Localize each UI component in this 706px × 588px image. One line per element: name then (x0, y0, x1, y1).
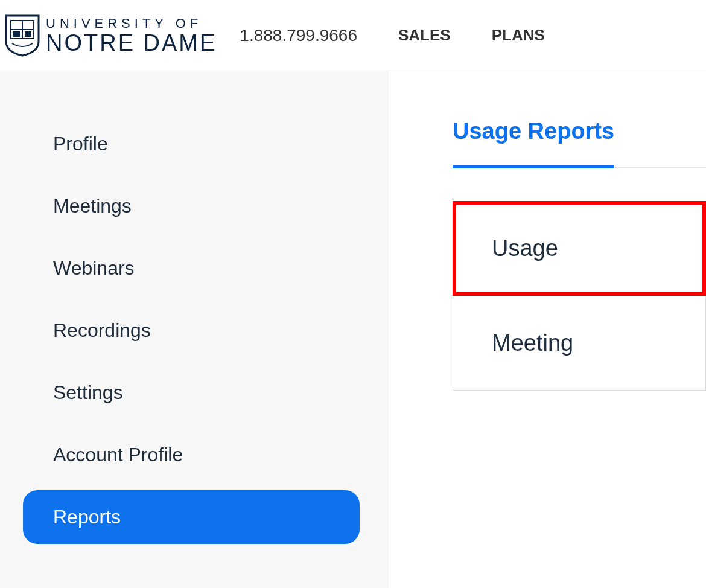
report-card-meeting[interactable]: Meeting (453, 296, 706, 391)
svg-rect-4 (25, 31, 31, 37)
logo-line2: NOTRE DAME (46, 31, 217, 54)
logo-text: UNIVERSITY OF NOTRE DAME (46, 17, 217, 54)
sidebar-item-reports[interactable]: Reports (23, 490, 360, 544)
tab-header: Usage Reports (453, 118, 706, 168)
sidebar-item-webinars[interactable]: Webinars (23, 241, 360, 295)
content-wrapper: Profile Meetings Webinars Recordings Set… (0, 71, 706, 588)
nav-sales[interactable]: SALES (398, 26, 451, 45)
report-card-usage[interactable]: Usage (453, 201, 706, 296)
sidebar-item-profile[interactable]: Profile (23, 117, 360, 171)
main-content: Usage Reports Usage Meeting (389, 71, 706, 588)
logo-container[interactable]: UNIVERSITY OF NOTRE DAME (5, 14, 217, 57)
header: UNIVERSITY OF NOTRE DAME 1.888.799.9666 … (0, 0, 706, 71)
sidebar: Profile Meetings Webinars Recordings Set… (0, 71, 389, 588)
svg-rect-3 (13, 31, 20, 37)
sidebar-item-settings[interactable]: Settings (23, 366, 360, 420)
logo-line1: UNIVERSITY OF (46, 17, 217, 30)
sidebar-item-account-profile[interactable]: Account Profile (23, 428, 360, 482)
nav-plans[interactable]: PLANS (492, 26, 545, 45)
tab-usage-reports[interactable]: Usage Reports (453, 118, 614, 168)
report-cards-container: Usage Meeting (453, 201, 706, 391)
phone-number[interactable]: 1.888.799.9666 (240, 26, 357, 45)
university-shield-icon (5, 14, 40, 57)
sidebar-item-meetings[interactable]: Meetings (23, 179, 360, 233)
sidebar-item-recordings[interactable]: Recordings (23, 304, 360, 357)
